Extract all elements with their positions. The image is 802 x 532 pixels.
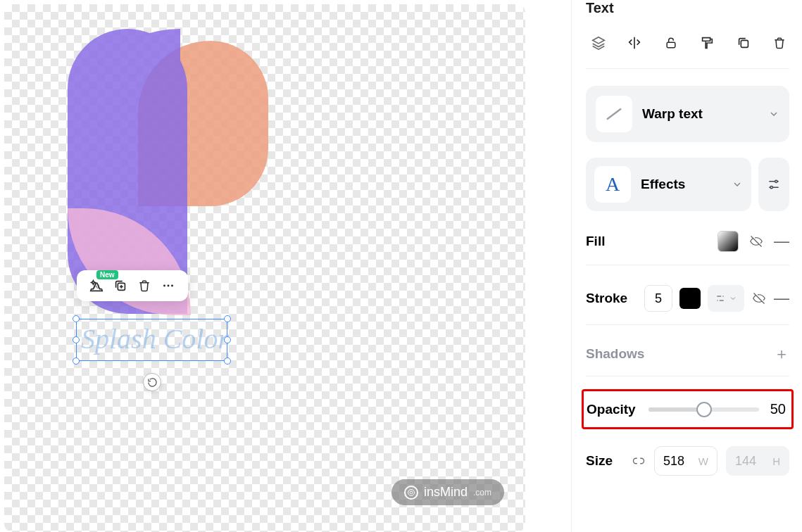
add-shadow-button[interactable]: ＋ (774, 343, 789, 365)
stroke-label: Stroke (586, 291, 627, 306)
resize-handle-bl[interactable] (73, 357, 80, 365)
visibility-icon[interactable] (751, 292, 767, 305)
height-input: 144 H (726, 446, 789, 476)
warp-label: Warp text (642, 106, 758, 122)
svg-point-6 (410, 491, 413, 494)
more-button[interactable] (160, 277, 177, 294)
flip-icon[interactable] (625, 33, 645, 53)
stroke-width-input[interactable]: 5 (644, 285, 672, 312)
layers-icon[interactable] (589, 33, 608, 53)
effects-thumb: A (594, 166, 631, 203)
svg-point-5 (408, 489, 414, 495)
svg-point-3 (168, 285, 170, 287)
svg-text:AI: AI (94, 284, 99, 290)
opacity-slider[interactable] (649, 403, 759, 417)
watermark-icon (404, 486, 418, 500)
svg-point-4 (171, 285, 173, 287)
width-input[interactable]: 518 W (654, 446, 718, 476)
height-unit: H (772, 455, 780, 467)
format-paint-icon[interactable] (698, 33, 718, 53)
remove-icon[interactable]: — (774, 232, 789, 251)
chevron-down-icon (732, 179, 743, 190)
link-dimensions-icon[interactable] (632, 455, 646, 467)
warp-text-card[interactable]: Warp text (586, 86, 789, 142)
svg-rect-8 (741, 40, 748, 47)
canvas-area: New AI (0, 0, 571, 532)
remove-icon[interactable]: — (774, 289, 789, 308)
width-value: 518 (663, 454, 684, 469)
delete-button[interactable] (136, 277, 153, 294)
shadows-row: Shadows ＋ (586, 341, 789, 376)
fill-swatch[interactable] (718, 231, 739, 252)
resize-handle-mr[interactable] (224, 336, 231, 343)
canvas-text[interactable]: Splash Color (77, 319, 227, 359)
panel-action-row (586, 29, 789, 69)
lock-icon[interactable] (661, 33, 681, 53)
shadows-label: Shadows (586, 346, 644, 362)
panel-title: Text (586, 0, 789, 29)
height-value: 144 (735, 454, 756, 469)
svg-point-10 (770, 186, 772, 189)
selection-toolbar: New AI (77, 270, 188, 301)
resize-handle-br[interactable] (224, 357, 231, 365)
svg-point-2 (163, 285, 165, 287)
effects-card[interactable]: A Effects (586, 158, 751, 211)
opacity-value: 50 (766, 401, 786, 417)
fill-label: Fill (586, 234, 605, 249)
slider-knob[interactable] (696, 402, 712, 417)
rotate-handle[interactable] (143, 373, 161, 391)
watermark: insMind .com (391, 479, 504, 505)
ai-tool-button[interactable]: New AI (88, 277, 105, 294)
svg-rect-7 (667, 42, 675, 47)
size-row: Size 518 W 144 H (586, 442, 789, 476)
stroke-swatch[interactable] (679, 288, 701, 309)
opacity-row: Opacity 50 (582, 389, 794, 429)
resize-handle-ml[interactable] (73, 336, 80, 343)
resize-handle-tl[interactable] (73, 315, 80, 322)
effects-label: Effects (641, 177, 722, 192)
trash-icon[interactable] (770, 33, 790, 53)
visibility-icon[interactable] (748, 235, 764, 248)
watermark-brand: insMind (424, 485, 468, 500)
svg-point-9 (775, 180, 777, 182)
opacity-label: Opacity (587, 402, 641, 417)
warp-thumb (596, 96, 632, 132)
text-selection-box[interactable]: Splash Color (76, 319, 227, 361)
stroke-style-select[interactable] (708, 285, 744, 312)
effects-settings-button[interactable] (758, 158, 789, 211)
watermark-domain: .com (473, 488, 491, 498)
chevron-down-icon (768, 108, 779, 120)
fill-row: Fill — (586, 227, 789, 265)
resize-handle-tr[interactable] (224, 315, 231, 322)
width-unit: W (698, 455, 708, 467)
stroke-row: Stroke 5 — (586, 281, 789, 325)
copy-icon[interactable] (734, 33, 753, 53)
properties-panel: Text (571, 0, 802, 532)
size-label: Size (586, 453, 613, 469)
duplicate-button[interactable] (112, 277, 129, 294)
canvas[interactable]: New AI (4, 4, 525, 532)
